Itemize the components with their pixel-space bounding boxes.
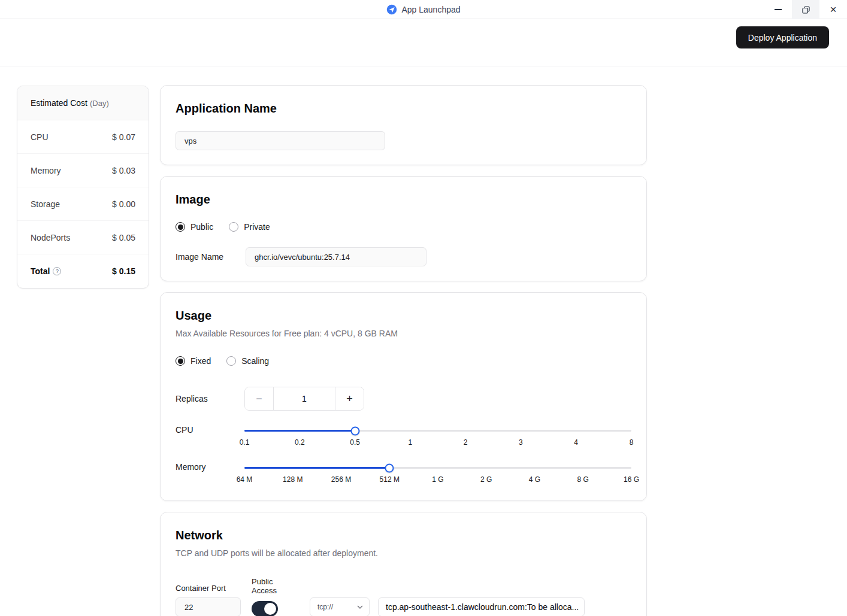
replicas-value: 1 bbox=[274, 387, 335, 410]
replicas-row: Replicas − 1 + bbox=[176, 387, 631, 411]
memory-slider-fill bbox=[244, 467, 389, 469]
close-button[interactable]: × bbox=[819, 0, 847, 19]
public-address-value[interactable]: tcp.ap-southeast-1.clawcloudrun.com:To b… bbox=[378, 597, 585, 616]
memory-tick: 2 G bbox=[480, 475, 492, 484]
restore-button[interactable] bbox=[792, 0, 819, 19]
cpu-tick: 0.1 bbox=[240, 438, 250, 447]
estimated-cost-panel: Estimated Cost(Day) CPU $ 0.07 Memory $ … bbox=[17, 86, 149, 289]
radio-private-label: Private bbox=[244, 222, 270, 232]
cpu-row: CPU 0.1 0.2 0.5 1 2 3 4 8 bbox=[176, 423, 631, 449]
minimize-icon bbox=[775, 9, 782, 10]
radio-scaling-control[interactable] bbox=[226, 356, 236, 366]
cost-row-nodeports: NodePorts $ 0.05 bbox=[17, 221, 149, 254]
network-card: Network TCP and UDP ports will be alloca… bbox=[160, 512, 647, 616]
memory-tick: 64 M bbox=[237, 475, 253, 484]
memory-tick: 256 M bbox=[331, 475, 351, 484]
cost-row-label: Memory bbox=[31, 166, 61, 175]
container-port-label: Container Port bbox=[176, 584, 241, 593]
radio-fixed[interactable]: Fixed bbox=[176, 356, 211, 366]
usage-mode-radios: Fixed Scaling bbox=[176, 356, 631, 366]
total-value: $ 0.15 bbox=[112, 266, 135, 276]
cpu-tick: 0.5 bbox=[350, 438, 360, 447]
page-header: Deploy Application bbox=[0, 19, 847, 66]
radio-public-control[interactable] bbox=[176, 222, 185, 232]
container-port-column: Container Port bbox=[176, 584, 241, 616]
cpu-tick: 1 bbox=[409, 438, 413, 447]
cpu-slider-handle[interactable] bbox=[350, 426, 359, 435]
cpu-tick: 3 bbox=[519, 438, 523, 447]
radio-fixed-label: Fixed bbox=[190, 356, 211, 366]
cost-row-label: CPU bbox=[31, 132, 49, 142]
usage-subtitle: Max Available Resources for Free plan: 4… bbox=[176, 329, 631, 338]
cpu-tick: 2 bbox=[464, 438, 468, 447]
memory-slider-handle[interactable] bbox=[385, 463, 394, 472]
application-name-card: Application Name bbox=[160, 85, 647, 165]
radio-public-label: Public bbox=[190, 222, 213, 232]
cost-row-value: $ 0.03 bbox=[112, 166, 135, 175]
replicas-increment-button[interactable]: + bbox=[335, 387, 364, 410]
cost-row-storage: Storage $ 0.00 bbox=[17, 187, 149, 221]
app-launchpad-window: App Launchpad × Deploy Application bbox=[0, 0, 847, 616]
network-title: Network bbox=[176, 527, 631, 544]
image-card: Image Public Private Image Name bbox=[160, 176, 647, 281]
minimize-button[interactable] bbox=[764, 0, 792, 19]
usage-title: Usage bbox=[176, 307, 631, 324]
cpu-slider[interactable]: 0.1 0.2 0.5 1 2 3 4 8 bbox=[244, 423, 631, 449]
image-visibility-radios: Public Private bbox=[176, 222, 631, 232]
network-subtitle: TCP and UDP ports will be allocated afte… bbox=[176, 548, 631, 558]
radio-private[interactable]: Private bbox=[229, 222, 270, 232]
memory-label: Memory bbox=[176, 460, 244, 486]
public-access-toggle[interactable] bbox=[252, 601, 278, 616]
memory-tick: 128 M bbox=[283, 475, 302, 484]
memory-tick: 4 G bbox=[529, 475, 540, 484]
radio-private-control[interactable] bbox=[229, 222, 238, 232]
window-controls: × bbox=[764, 0, 847, 19]
titlebar: App Launchpad × bbox=[0, 0, 847, 19]
titlebar-title: App Launchpad bbox=[386, 4, 460, 15]
cpu-tick: 0.2 bbox=[295, 438, 305, 447]
public-access-column: Public Access bbox=[252, 577, 299, 616]
cpu-tick: 4 bbox=[574, 438, 578, 447]
protocol-select[interactable]: tcp:// bbox=[310, 597, 370, 616]
estimated-cost-period: (Day) bbox=[90, 99, 109, 108]
memory-tick: 512 M bbox=[380, 475, 400, 484]
image-name-input[interactable] bbox=[246, 247, 426, 266]
radio-scaling[interactable]: Scaling bbox=[226, 356, 269, 366]
radio-scaling-label: Scaling bbox=[241, 356, 269, 366]
cost-row-value: $ 0.05 bbox=[112, 233, 135, 242]
cost-row-label: NodePorts bbox=[31, 233, 70, 242]
container-port-input[interactable] bbox=[176, 597, 241, 616]
usage-card: Usage Max Available Resources for Free p… bbox=[160, 292, 647, 501]
total-label: Total bbox=[31, 266, 50, 276]
radio-public[interactable]: Public bbox=[176, 222, 213, 232]
protocol-value: tcp:// bbox=[317, 603, 333, 611]
restore-icon bbox=[802, 6, 810, 14]
memory-tick: 16 G bbox=[624, 475, 639, 484]
titlebar-app-name: App Launchpad bbox=[401, 5, 460, 14]
memory-row: Memory 64 M 128 M 256 M 512 M 1 G 2 G 4 … bbox=[176, 460, 631, 486]
image-title: Image bbox=[176, 191, 631, 208]
cost-row-label: Storage bbox=[31, 199, 60, 209]
app-logo-icon bbox=[386, 4, 397, 15]
image-name-row: Image Name bbox=[176, 247, 631, 266]
network-controls-row: Container Port Public Access tcp:// bbox=[176, 577, 631, 616]
estimated-cost-title: Estimated Cost bbox=[31, 98, 87, 108]
public-access-toggle-knob bbox=[264, 603, 276, 615]
main-column: Application Name Image Public Private bbox=[160, 85, 647, 616]
image-name-label: Image Name bbox=[176, 252, 246, 262]
public-access-label: Public Access bbox=[252, 577, 299, 595]
application-name-title: Application Name bbox=[176, 100, 631, 117]
replicas-decrement-button[interactable]: − bbox=[245, 387, 274, 410]
cost-row-value: $ 0.00 bbox=[112, 199, 135, 209]
memory-tick: 8 G bbox=[577, 475, 589, 484]
content-area: Estimated Cost(Day) CPU $ 0.07 Memory $ … bbox=[0, 66, 847, 616]
memory-slider[interactable]: 64 M 128 M 256 M 512 M 1 G 2 G 4 G 8 G 1… bbox=[244, 460, 631, 486]
cpu-label: CPU bbox=[176, 423, 244, 449]
close-icon: × bbox=[830, 3, 836, 16]
radio-fixed-control[interactable] bbox=[176, 356, 185, 366]
cpu-slider-fill bbox=[244, 430, 355, 432]
cost-row-memory: Memory $ 0.03 bbox=[17, 154, 149, 187]
application-name-input[interactable] bbox=[176, 131, 385, 150]
deploy-application-button[interactable]: Deploy Application bbox=[736, 26, 829, 48]
help-icon[interactable]: ? bbox=[53, 267, 61, 275]
